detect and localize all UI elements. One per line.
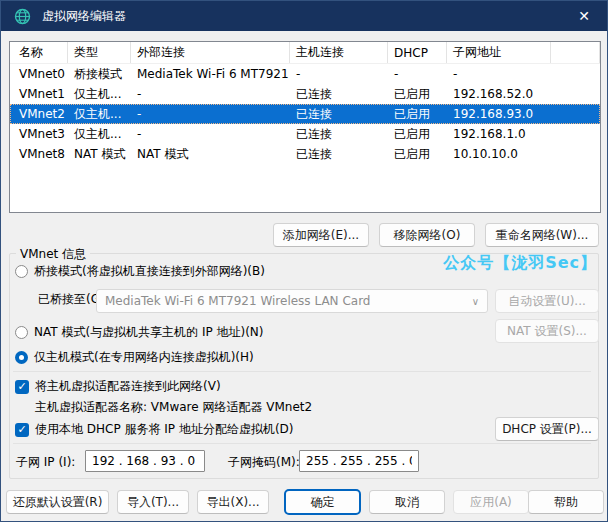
dhcp-service-label: 使用本地 DHCP 服务将 IP 地址分配给虚拟机(D) [35,421,294,438]
remove-network-button[interactable]: 移除网络(O) [379,223,475,247]
watermark-text: 公众号【泷羽Sec】 [443,253,597,274]
host-only-radio-button[interactable] [15,351,28,364]
table-header: 名称 类型 外部连接 主机连接 DHCP 子网地址 [10,42,600,64]
bridged-radio-button[interactable] [15,265,28,278]
table-row-vmnet2-selected[interactable]: VMnet2 仅主机... - 已连接 已启用 192.168.93.0 [10,104,600,124]
connect-adapter-checkbox[interactable]: ✓ [15,380,29,394]
dhcp-settings-button[interactable]: DHCP 设置(P)... [495,417,599,441]
column-header-external[interactable]: 外部连接 [131,42,290,63]
auto-settings-button[interactable]: 自动设置(U)... [495,289,599,313]
bridged-radio-label: 桥接模式(将虚拟机直接连接到外部网络)(B) [34,263,265,280]
table-row-vmnet1[interactable]: VMnet1 仅主机... - 已连接 已启用 192.168.52.0 [10,84,600,104]
column-header-host[interactable]: 主机连接 [290,42,388,63]
globe-icon [14,8,31,25]
network-table[interactable]: 名称 类型 外部连接 主机连接 DHCP 子网地址 VMnet0 桥接模式 Me… [9,41,601,213]
virtual-network-editor-dialog: 虚拟网络编辑器 ✕ 名称 类型 外部连接 主机连接 DHCP 子网地址 VMne… [0,0,608,522]
add-network-button[interactable]: 添加网络(E)... [273,223,369,247]
bridged-to-value: MediaTek Wi-Fi 6 MT7921 Wireless LAN Car… [105,294,466,308]
vmnet-info-group: VMnet 信息 [9,253,599,479]
apply-button[interactable]: 应用(A) [453,490,529,514]
host-only-mode-option[interactable]: 仅主机模式(在专用网络内连接虚拟机)(H) [15,349,254,366]
column-header-name[interactable]: 名称 [10,42,68,63]
chevron-down-icon: ∨ [472,296,479,307]
dialog-buttons: 还原默认设置(R) 导入(T)... 导出(X)... 确定 取消 应用(A) … [1,490,608,518]
bridged-to-dropdown[interactable]: MediaTek Wi-Fi 6 MT7921 Wireless LAN Car… [96,289,488,313]
table-row-vmnet0[interactable]: VMnet0 桥接模式 MediaTek Wi-Fi 6 MT7921 W...… [10,64,600,84]
table-row-vmnet8[interactable]: VMnet8 NAT 模式 NAT 模式 已连接 已启用 10.10.10.0 [10,144,600,164]
network-actions: 添加网络(E)... 移除网络(O) 重命名网络(W)... [273,223,599,247]
nat-mode-option[interactable]: NAT 模式(与虚拟机共享主机的 IP 地址)(N) [15,324,264,341]
rename-network-button[interactable]: 重命名网络(W)... [485,223,599,247]
connect-adapter-option[interactable]: ✓ 将主机虚拟适配器连接到此网络(V) [15,378,221,395]
column-header-type[interactable]: 类型 [68,42,131,63]
window-title: 虚拟网络编辑器 [42,8,126,25]
nat-radio-button[interactable] [15,326,28,339]
close-button[interactable]: ✕ [561,1,607,31]
bridged-mode-option[interactable]: 桥接模式(将虚拟机直接连接到外部网络)(B) [15,263,265,280]
host-only-radio-label: 仅主机模式(在专用网络内连接虚拟机)(H) [34,349,254,366]
dhcp-service-option[interactable]: ✓ 使用本地 DHCP 服务将 IP 地址分配给虚拟机(D) [15,421,294,438]
connect-adapter-label: 将主机虚拟适配器连接到此网络(V) [35,378,221,395]
subnet-mask-field[interactable] [299,450,419,472]
dhcp-service-checkbox[interactable]: ✓ [15,423,29,437]
help-button[interactable]: 帮助 [528,490,604,514]
nat-settings-button[interactable]: NAT 设置(S)... [495,319,599,343]
adapter-name-text: 主机虚拟适配器名称: VMware 网络适配器 VMnet2 [35,399,312,416]
import-button[interactable]: 导入(T)... [117,490,189,514]
subnet-mask-label: 子网掩码(M): [228,454,300,471]
divider [13,443,591,444]
group-title: VMnet 信息 [16,246,90,263]
table-row-vmnet3[interactable]: VMnet3 仅主机... - 已连接 已启用 192.168.1.0 [10,124,600,144]
ok-button[interactable]: 确定 [284,489,361,515]
nat-radio-label: NAT 模式(与虚拟机共享主机的 IP 地址)(N) [34,324,264,341]
column-header-dhcp[interactable]: DHCP [388,42,447,63]
subnet-ip-label: 子网 IP (I): [16,454,75,471]
export-button[interactable]: 导出(X)... [197,490,269,514]
cancel-button[interactable]: 取消 [369,490,445,514]
subnet-ip-field[interactable] [85,450,205,472]
title-bar: 虚拟网络编辑器 ✕ [1,1,607,31]
restore-defaults-button[interactable]: 还原默认设置(R) [6,490,109,514]
column-header-subnet[interactable]: 子网地址 [447,42,551,63]
divider [13,371,591,372]
